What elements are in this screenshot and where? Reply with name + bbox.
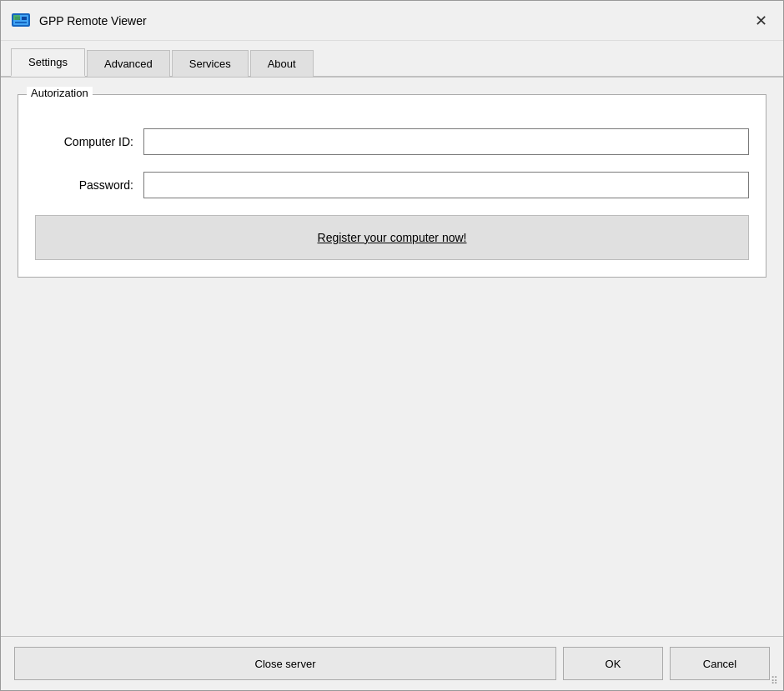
computer-id-row: Computer ID: xyxy=(35,128,749,155)
authorization-group: Autorization Computer ID: Password: Regi… xyxy=(18,94,766,278)
authorization-legend: Autorization xyxy=(27,87,93,99)
ok-button[interactable]: OK xyxy=(563,647,663,680)
cancel-button[interactable]: Cancel xyxy=(670,647,770,680)
window-close-button[interactable]: ✕ xyxy=(748,8,773,33)
password-label: Password: xyxy=(35,178,143,192)
window-title: GPP Remote Viewer xyxy=(39,14,147,28)
app-icon xyxy=(11,11,31,31)
tab-bar: Settings Advanced Services About xyxy=(1,41,783,78)
computer-id-input[interactable] xyxy=(143,128,749,155)
register-button[interactable]: Register your computer now! xyxy=(35,215,749,260)
computer-id-label: Computer ID: xyxy=(35,135,143,148)
tab-advanced[interactable]: Advanced xyxy=(87,50,170,77)
resize-handle[interactable]: ⠿ xyxy=(771,675,778,687)
title-bar: GPP Remote Viewer ✕ xyxy=(1,1,783,41)
svg-rect-3 xyxy=(22,17,27,20)
tab-about[interactable]: About xyxy=(250,50,314,77)
bottom-bar: Close server OK Cancel xyxy=(1,636,783,690)
content-area: Autorization Computer ID: Password: Regi… xyxy=(1,78,783,636)
tab-services[interactable]: Services xyxy=(172,50,249,77)
main-window: GPP Remote Viewer ✕ Settings Advanced Se… xyxy=(0,0,784,691)
svg-rect-5 xyxy=(13,15,20,20)
close-server-button[interactable]: Close server xyxy=(14,647,556,680)
title-bar-left: GPP Remote Viewer xyxy=(11,11,147,31)
password-input[interactable] xyxy=(143,172,749,198)
svg-rect-4 xyxy=(15,22,27,23)
tab-settings[interactable]: Settings xyxy=(11,48,85,77)
password-row: Password: xyxy=(35,172,749,198)
